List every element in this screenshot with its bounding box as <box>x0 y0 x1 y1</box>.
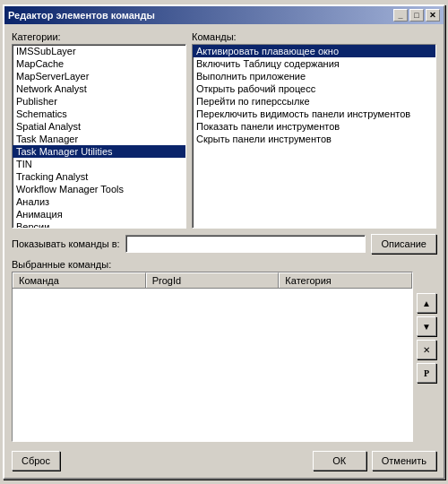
show-commands-input[interactable] <box>125 235 366 253</box>
bottom-right-buttons: ОК Отменить <box>313 451 436 471</box>
list-item[interactable]: Переключить видимость панели инструменто… <box>193 108 435 120</box>
categories-label: Категории: <box>12 31 186 42</box>
list-item[interactable]: Task Manager Utilities <box>13 145 185 158</box>
list-item[interactable]: Версии <box>13 220 185 229</box>
list-item[interactable]: MapCache <box>13 57 185 70</box>
show-commands-row: Показывать команды в: Описание <box>12 234 436 254</box>
list-item[interactable]: Включить Таблицу содержания <box>193 57 435 70</box>
minimize-button[interactable]: _ <box>393 9 408 22</box>
list-item[interactable]: Перейти по гиперссылке <box>193 95 435 108</box>
side-buttons: ▲ ▼ ✕ P <box>417 272 436 442</box>
table-body <box>13 289 412 441</box>
list-item[interactable]: IMSSubLayer <box>13 45 185 57</box>
col-category: Категория <box>279 272 412 288</box>
remove-button[interactable]: ✕ <box>417 340 436 359</box>
list-item[interactable]: Tracking Analyst <box>13 170 185 183</box>
selected-commands-section: Выбранные команды: Команда ProgId Катего… <box>12 259 436 442</box>
categories-listbox[interactable]: IMSSubLayerMapCacheMapServerLayerNetwork… <box>12 44 186 229</box>
list-item[interactable]: Schematics <box>13 108 185 120</box>
move-up-button[interactable]: ▲ <box>417 293 436 313</box>
commands-label: Команды: <box>192 31 436 42</box>
title-bar-buttons: _ □ ✕ <box>393 9 440 22</box>
list-item[interactable]: Выполнить приложение <box>193 70 435 82</box>
categories-panel: Категории: IMSSubLayerMapCacheMapServerL… <box>12 31 186 229</box>
list-item[interactable]: Показать панели инструментов <box>193 120 435 133</box>
main-window: Редактор элементов команды _ □ ✕ Категор… <box>3 4 445 480</box>
commands-listbox[interactable]: Активировать плавающее окноВключить Табл… <box>192 44 436 229</box>
window-content: Категории: IMSSubLayerMapCacheMapServerL… <box>4 24 444 478</box>
bottom-buttons: Сброс ОК Отменить <box>12 447 436 471</box>
cancel-button[interactable]: Отменить <box>372 451 436 471</box>
properties-button[interactable]: P <box>417 363 436 383</box>
ok-button[interactable]: ОК <box>313 451 366 471</box>
title-bar: Редактор элементов команды _ □ ✕ <box>4 6 444 24</box>
list-item[interactable]: Workflow Manager Tools <box>13 183 185 195</box>
list-item[interactable]: TIN <box>13 158 185 170</box>
maximize-button[interactable]: □ <box>409 9 424 22</box>
show-commands-label: Показывать команды в: <box>12 238 120 249</box>
selected-commands-label: Выбранные команды: <box>12 259 436 270</box>
close-button[interactable]: ✕ <box>426 9 440 22</box>
list-item[interactable]: Publisher <box>13 95 185 108</box>
selected-commands-area: Команда ProgId Категория ▲ ▼ ✕ P <box>12 272 436 442</box>
list-item[interactable]: Анализ <box>13 195 185 208</box>
top-section: Категории: IMSSubLayerMapCacheMapServerL… <box>12 31 436 229</box>
list-item[interactable]: Открыть рабочий процесс <box>193 82 435 95</box>
col-command: Команда <box>13 272 146 288</box>
list-item[interactable]: MapServerLayer <box>13 70 185 82</box>
list-item[interactable]: Network Analyst <box>13 82 185 95</box>
commands-panel: Команды: Активировать плавающее окноВклю… <box>192 31 436 229</box>
list-item[interactable]: Task Manager <box>13 133 185 145</box>
description-button[interactable]: Описание <box>371 234 436 254</box>
list-item[interactable]: Анимация <box>13 208 185 220</box>
list-item[interactable]: Скрыть панели инструментов <box>193 133 435 145</box>
selected-table: Команда ProgId Категория <box>12 272 413 442</box>
table-header: Команда ProgId Категория <box>13 272 412 289</box>
window-title: Редактор элементов команды <box>8 10 155 21</box>
list-item[interactable]: Активировать плавающее окно <box>193 45 435 57</box>
col-progid: ProgId <box>146 272 280 288</box>
list-item[interactable]: Spatial Analyst <box>13 120 185 133</box>
move-down-button[interactable]: ▼ <box>417 316 436 336</box>
reset-button[interactable]: Сброс <box>12 451 60 471</box>
